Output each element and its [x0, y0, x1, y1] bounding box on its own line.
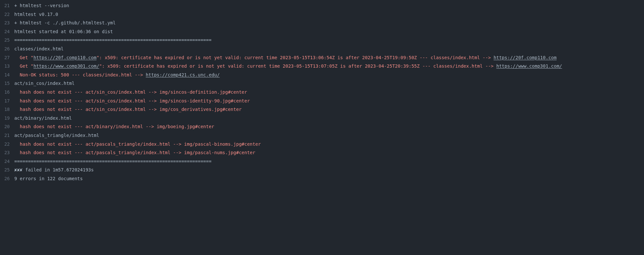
log-error-text: ": x509: certificate has expired or is n…: [97, 55, 494, 60]
log-text: ========================================…: [14, 159, 212, 164]
log-text: htmltest v0.17.0: [14, 12, 58, 17]
line-content: Get "https://20f.comp110.com": x509: cer…: [14, 53, 560, 62]
line-content: ========================================…: [14, 36, 215, 45]
log-text: + htmltest --version: [14, 3, 69, 8]
log-line: 24======================================…: [0, 157, 644, 166]
log-line: 21+ htmltest --version: [0, 1, 644, 10]
log-line: 19act/binary/index.html: [0, 114, 644, 123]
line-content: 9 errors in 122 documents: [14, 174, 87, 183]
log-text: act/pascals_triangle/index.html: [14, 133, 99, 138]
log-line: 18 hash does not exist --- act/sin_cos/i…: [0, 105, 644, 114]
log-line: 20 hash does not exist --- act/binary/in…: [0, 122, 644, 131]
log-line: 24htmltest started at 01:06:36 on dist: [0, 27, 644, 36]
line-number[interactable]: 21: [0, 131, 14, 140]
log-text: act/binary/index.html: [14, 115, 72, 121]
log-link[interactable]: https://www.comp301.com/: [496, 63, 562, 69]
log-text: htmltest started at 01:06:36 on dist: [14, 29, 113, 34]
line-number[interactable]: 23: [0, 148, 14, 157]
line-number[interactable]: 25: [0, 166, 14, 174]
log-line: 15act/sin_cos/index.html: [0, 79, 644, 88]
log-output: 21+ htmltest --version22htmltest v0.17.0…: [0, 1, 644, 183]
log-text: 9 errors in 122 documents: [14, 176, 83, 181]
log-error-text: ": x509: certificate has expired or is n…: [99, 63, 496, 69]
log-error-text: hash does not exist --- act/sin_cos/inde…: [14, 98, 250, 103]
log-link[interactable]: https://20f.comp110.com: [494, 55, 557, 60]
log-error-text: Get ": [14, 55, 33, 60]
line-number[interactable]: 20: [0, 122, 14, 131]
log-text: ✘✘✘ failed in 1m57.672024193s: [14, 167, 94, 172]
line-number[interactable]: 21: [0, 1, 14, 10]
line-number[interactable]: 22: [0, 10, 14, 19]
line-number[interactable]: 19: [0, 114, 14, 123]
line-content: classes/index.html: [14, 45, 68, 53]
log-text: classes/index.html: [14, 46, 64, 51]
line-content: hash does not exist --- act/sin_cos/inde…: [14, 88, 251, 97]
log-line: 13 Get "https://www.comp301.com/": x509:…: [0, 62, 644, 71]
log-error-text: Non-OK status: 500 --- classes/index.htm…: [14, 72, 146, 77]
line-number[interactable]: 22: [0, 140, 14, 149]
line-number[interactable]: 14: [0, 71, 14, 79]
log-line: 269 errors in 122 documents: [0, 174, 644, 183]
line-content: hash does not exist --- act/sin_cos/inde…: [14, 97, 254, 105]
log-line: 14 Non-OK status: 500 --- classes/index.…: [0, 71, 644, 79]
log-line: 27 Get "https://20f.comp110.com": x509: …: [0, 53, 644, 62]
log-error-text: hash does not exist --- act/pascals_tria…: [14, 150, 255, 155]
log-line: 26classes/index.html: [0, 45, 644, 53]
line-number[interactable]: 18: [0, 105, 14, 114]
log-line: 23 hash does not exist --- act/pascals_t…: [0, 148, 644, 157]
line-content: + htmltest --version: [14, 1, 73, 10]
line-content: hash does not exist --- act/pascals_tria…: [14, 140, 265, 149]
line-content: hash does not exist --- act/sin_cos/inde…: [14, 105, 246, 114]
line-number[interactable]: 26: [0, 45, 14, 53]
log-link[interactable]: https://comp421.cs.unc.edu/: [146, 72, 220, 77]
line-content: ========================================…: [14, 157, 215, 166]
log-text: + htmltest -c ./.github/.htmltest.yml: [14, 20, 116, 25]
log-line: 25======================================…: [0, 36, 644, 45]
line-content: htmltest started at 01:06:36 on dist: [14, 27, 117, 36]
line-content: htmltest v0.17.0: [14, 10, 62, 19]
log-line: 22 hash does not exist --- act/pascals_t…: [0, 140, 644, 149]
line-number[interactable]: 16: [0, 88, 14, 97]
log-error-text: hash does not exist --- act/binary/index…: [14, 124, 214, 129]
log-error-text: hash does not exist --- act/sin_cos/inde…: [14, 107, 242, 112]
log-link[interactable]: https://www.comp301.com/: [33, 63, 99, 69]
line-content: act/sin_cos/index.html: [14, 79, 78, 88]
line-number[interactable]: 24: [0, 27, 14, 36]
line-content: act/binary/index.html: [14, 114, 76, 123]
line-number[interactable]: 25: [0, 36, 14, 45]
log-line: 22htmltest v0.17.0: [0, 10, 644, 19]
line-content: Non-OK status: 500 --- classes/index.htm…: [14, 71, 224, 79]
line-number[interactable]: 23: [0, 19, 14, 27]
line-content: hash does not exist --- act/pascals_tria…: [14, 148, 259, 157]
line-number[interactable]: 26: [0, 174, 14, 183]
line-content: act/pascals_triangle/index.html: [14, 131, 103, 140]
line-content: ✘✘✘ failed in 1m57.672024193s: [14, 166, 97, 174]
log-text: act/sin_cos/index.html: [14, 81, 74, 86]
log-line: 23+ htmltest -c ./.github/.htmltest.yml: [0, 19, 644, 27]
line-number[interactable]: 13: [0, 62, 14, 71]
log-error-text: hash does not exist --- act/sin_cos/inde…: [14, 89, 247, 95]
line-number[interactable]: 24: [0, 157, 14, 166]
log-line: 21act/pascals_triangle/index.html: [0, 131, 644, 140]
line-content: + htmltest -c ./.github/.htmltest.yml: [14, 19, 120, 27]
line-content: hash does not exist --- act/binary/index…: [14, 122, 218, 131]
log-link[interactable]: https://20f.comp110.com: [33, 55, 97, 60]
log-line: 16 hash does not exist --- act/sin_cos/i…: [0, 88, 644, 97]
log-error-text: hash does not exist --- act/pascals_tria…: [14, 141, 261, 147]
log-line: 25✘✘✘ failed in 1m57.672024193s: [0, 166, 644, 174]
line-number[interactable]: 17: [0, 97, 14, 105]
log-line: 17 hash does not exist --- act/sin_cos/i…: [0, 97, 644, 105]
log-error-text: Get ": [14, 63, 33, 69]
line-number[interactable]: 15: [0, 79, 14, 88]
line-content: Get "https://www.comp301.com/": x509: ce…: [14, 62, 566, 71]
log-text: ========================================…: [14, 37, 212, 43]
line-number[interactable]: 27: [0, 53, 14, 62]
